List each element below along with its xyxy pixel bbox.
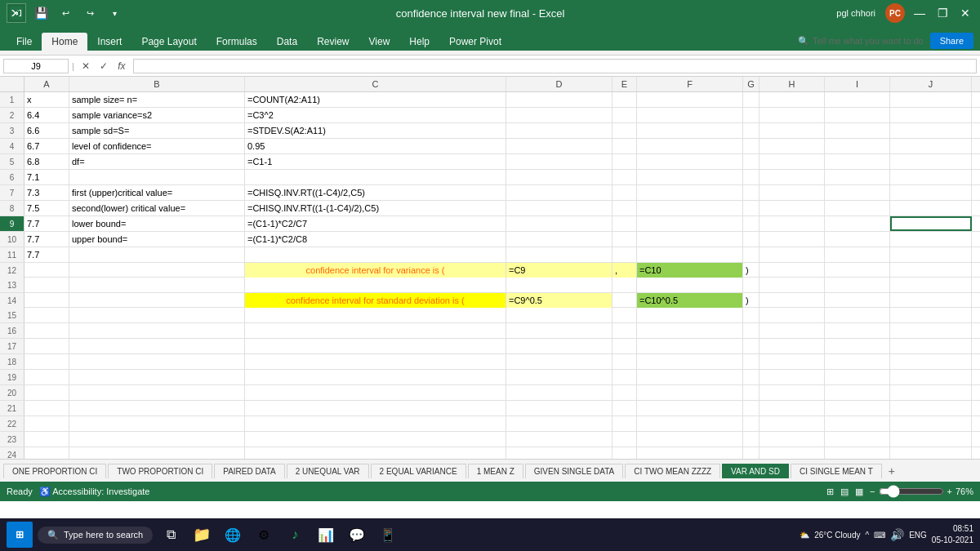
cell-i14[interactable]	[825, 293, 890, 308]
cell-h12[interactable]	[760, 263, 825, 278]
cell-a11[interactable]: 7.7	[24, 247, 69, 262]
cell-f2[interactable]	[637, 108, 743, 122]
cell-b2[interactable]: sample variance=s2	[69, 108, 245, 122]
cell-a3[interactable]: 6.6	[24, 123, 69, 138]
view-normal-icon[interactable]: ⊞	[826, 487, 834, 497]
cell-i13[interactable]	[825, 278, 890, 292]
cell-e11[interactable]	[612, 247, 637, 262]
file-explorer-icon[interactable]: 📁	[189, 522, 215, 548]
tab-insert[interactable]: Insert	[87, 33, 131, 51]
cell-g9[interactable]	[743, 216, 760, 231]
cell-h1[interactable]	[760, 92, 825, 107]
cell-j9[interactable]	[890, 216, 972, 231]
cell-e7[interactable]	[612, 185, 637, 200]
save-icon[interactable]: 💾	[31, 3, 51, 23]
cell-f1[interactable]	[637, 92, 743, 107]
cell-j11[interactable]	[890, 247, 972, 262]
cell-e8[interactable]	[612, 201, 637, 216]
sheet-tab-paired[interactable]: PAIRED DATA	[214, 464, 284, 478]
cell-c11[interactable]	[245, 247, 506, 262]
cell-g3[interactable]	[743, 123, 760, 138]
cell-f14[interactable]: =C10^0.5	[637, 293, 743, 308]
col-header-b[interactable]: B	[69, 77, 245, 91]
redo-icon[interactable]: ↪	[80, 3, 100, 23]
task-view-button[interactable]: ⧉	[158, 522, 184, 548]
view-layout-icon[interactable]: ▤	[840, 487, 849, 497]
cell-i12[interactable]	[825, 263, 890, 278]
cell-h14[interactable]	[760, 293, 825, 308]
cell-e14[interactable]	[612, 293, 637, 308]
cell-a1[interactable]: x	[24, 92, 69, 107]
cell-i8[interactable]	[825, 201, 890, 216]
cell-h2[interactable]	[760, 108, 825, 122]
tab-file[interactable]: File	[7, 33, 42, 51]
tab-pagelayout[interactable]: Page Layout	[131, 33, 206, 51]
cell-i1[interactable]	[825, 92, 890, 107]
cell-i10[interactable]	[825, 232, 890, 247]
volume-icon[interactable]: 🔊	[890, 528, 904, 541]
start-button[interactable]: ⊞	[7, 522, 33, 548]
cell-j2[interactable]	[890, 108, 972, 122]
cell-f7[interactable]	[637, 185, 743, 200]
col-header-g[interactable]: G	[743, 77, 760, 91]
cell-j3[interactable]	[890, 123, 972, 138]
cell-h9[interactable]	[760, 216, 825, 231]
cell-d5[interactable]	[506, 154, 612, 169]
formula-input[interactable]	[133, 59, 977, 73]
cell-d2[interactable]	[506, 108, 612, 122]
zoom-out-button[interactable]: −	[870, 487, 875, 496]
chrome-icon[interactable]: ⚙	[251, 522, 277, 548]
cell-h4[interactable]	[760, 139, 825, 153]
cell-d14[interactable]: =C9^0.5	[506, 293, 612, 308]
cell-i9[interactable]	[825, 216, 890, 231]
taskbar-search[interactable]: 🔍 Type here to search	[38, 527, 153, 544]
ci-sd-label[interactable]: confidence interval for standard deviati…	[245, 293, 506, 308]
cancel-formula-button[interactable]: ✕	[78, 58, 94, 74]
cell-g12[interactable]: )	[743, 263, 760, 278]
cell-h10[interactable]	[760, 232, 825, 247]
cell-g2[interactable]	[743, 108, 760, 122]
cell-b8[interactable]: second(lower) critical value=	[69, 201, 245, 216]
cell-e13[interactable]	[612, 278, 637, 292]
cell-c9[interactable]: =(C1-1)*C2/C7	[245, 216, 506, 231]
share-button[interactable]: Share	[930, 33, 973, 49]
cell-f3[interactable]	[637, 123, 743, 138]
cell-i3[interactable]	[825, 123, 890, 138]
cell-j6[interactable]	[890, 170, 972, 184]
sheet-tab-one-proportion[interactable]: ONE PROPORTION CI	[3, 464, 106, 478]
tab-data[interactable]: Data	[267, 33, 307, 51]
col-header-c[interactable]: C	[245, 77, 506, 91]
cell-j14[interactable]	[890, 293, 972, 308]
cell-g8[interactable]	[743, 201, 760, 216]
sheet-tab-1-mean-z[interactable]: 1 MEAN Z	[468, 464, 523, 478]
name-box[interactable]	[3, 59, 69, 73]
cell-a10[interactable]: 7.7	[24, 232, 69, 247]
col-header-d[interactable]: D	[506, 77, 612, 91]
teams-icon[interactable]: 💬	[344, 522, 370, 548]
col-header-i[interactable]: I	[825, 77, 890, 91]
cell-b14[interactable]	[69, 293, 245, 307]
cell-a12[interactable]	[24, 263, 69, 278]
cell-e12[interactable]: ,	[612, 263, 637, 278]
cell-a8[interactable]: 7.5	[24, 201, 69, 216]
cell-c13[interactable]	[245, 278, 506, 292]
cell-c5[interactable]: =C1-1	[245, 154, 506, 169]
cell-a6[interactable]: 7.1	[24, 170, 69, 184]
undo-icon[interactable]: ↩	[56, 3, 75, 23]
cell-c10[interactable]: =(C1-1)*C2/C8	[245, 232, 506, 247]
insert-function-button[interactable]: fx	[114, 58, 130, 74]
quick-access-icon[interactable]: ▾	[105, 3, 124, 23]
cell-c1[interactable]: =COUNT(A2:A11)	[245, 92, 506, 107]
edge-icon[interactable]: 🌐	[220, 522, 246, 548]
cell-c2[interactable]: =C3^2	[245, 108, 506, 122]
cell-g14[interactable]: )	[743, 293, 760, 308]
cell-f8[interactable]	[637, 201, 743, 216]
cell-h7[interactable]	[760, 185, 825, 200]
cell-b4[interactable]: level of confidence=	[69, 139, 245, 153]
cell-j5[interactable]	[890, 154, 972, 169]
cell-d12[interactable]: =C9	[506, 263, 612, 278]
cell-j1[interactable]	[890, 92, 972, 107]
cell-h13[interactable]	[760, 278, 825, 292]
cell-d1[interactable]	[506, 92, 612, 107]
cell-a7[interactable]: 7.3	[24, 185, 69, 200]
